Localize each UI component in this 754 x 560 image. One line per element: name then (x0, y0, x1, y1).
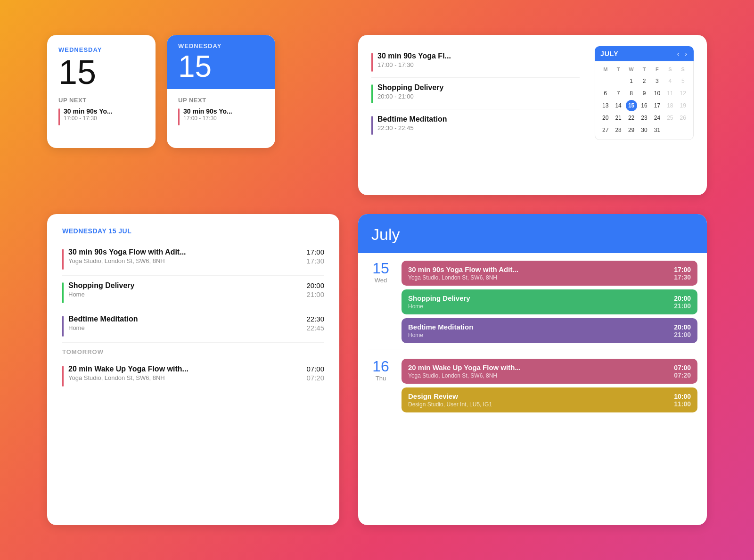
color-event-card-shopping[interactable]: Shopping Delivery Home 20:00 21:00 (402, 289, 697, 314)
color-cal-date-row-15: 15 Wed 30 min 90s Yoga Flow with Adit...… (368, 253, 697, 347)
col-m: M (599, 65, 612, 74)
color-cal-date-block-16: 16 Thu (368, 359, 394, 382)
color-cal-month: July (371, 225, 694, 244)
list-event-content-tomorrow-1: 20 min Wake Up Yoga Flow with... Yoga St… (68, 365, 302, 381)
cal-day[interactable]: 17 (651, 100, 663, 111)
col-s1: S (664, 65, 676, 74)
col-t2: T (638, 65, 650, 74)
color-event-location-yoga: Yoga Studio, London St, SW6, 8NH (408, 274, 518, 281)
color-event-location-shopping: Home (408, 303, 470, 310)
blue-body: UP NEXT 30 min 90s Yo... 17:00 - 17:30 (167, 89, 275, 137)
cal-day[interactable]: 9 (639, 88, 650, 99)
cal-day[interactable]: 16 (639, 100, 650, 111)
event-bar-pink-1 (58, 108, 60, 125)
cal-day[interactable] (613, 75, 624, 87)
color-event-times-shopping: 20:00 21:00 (674, 295, 691, 310)
prev-month-button[interactable]: ‹ (676, 50, 680, 58)
color-cal-date-row-16: 16 Thu 20 min Wake Up Yoga Flow with... … (368, 351, 697, 416)
list-event-title-2: Shopping Delivery (68, 281, 302, 290)
cal-day[interactable]: 3 (651, 75, 663, 87)
cal-day[interactable]: 23 (639, 112, 650, 124)
cal-day[interactable]: 31 (651, 124, 663, 136)
cal-day[interactable]: 13 (600, 100, 611, 111)
event-time-1: 17:00 - 17:30 (64, 115, 113, 122)
cal-day[interactable]: 27 (600, 124, 611, 136)
cal-divider (368, 349, 697, 349)
color-event-card-yoga[interactable]: 30 min 90s Yoga Flow with Adit... Yoga S… (402, 261, 697, 286)
cal-day[interactable] (664, 124, 676, 136)
top-left-section: WEDNESDAY 15 UP NEXT 30 min 90s Yo... 17… (47, 35, 339, 195)
list-event-times-tomorrow-1: 07:00 07:20 (306, 365, 324, 382)
color-event-title-meditation: Bedtime Meditation (408, 323, 473, 331)
event-time-main-3: 22:30 - 22:45 (377, 124, 447, 132)
cal-day[interactable]: 4 (664, 75, 676, 87)
color-event-location-wakeup: Yoga Studio, London St, SW6, 8NH (408, 372, 521, 379)
cal-day[interactable]: 5 (677, 75, 688, 87)
cal-day[interactable]: 26 (677, 112, 688, 124)
mini-cal-nav: ‹ › (676, 50, 688, 58)
cal-day[interactable]: 28 (613, 124, 624, 136)
color-cal-day-name-16: Thu (368, 375, 394, 382)
event-info-1: 30 min 90s Yo... 17:00 - 17:30 (64, 107, 113, 122)
color-cal-body: 15 Wed 30 min 90s Yoga Flow with Adit...… (358, 253, 707, 426)
cal-day[interactable]: 18 (664, 100, 676, 111)
color-event-times-yoga: 17:00 17:30 (674, 266, 691, 281)
cal-day[interactable] (600, 75, 611, 87)
list-event-row-3: Bedtime Meditation Home 22:30 22:45 (62, 309, 324, 343)
event-bar-2 (371, 84, 373, 103)
day-label-1: WEDNESDAY (58, 46, 144, 53)
list-event-bar-3 (62, 316, 64, 337)
color-event-times-design: 10:00 11:00 (674, 393, 691, 408)
list-event-end-1: 17:30 (306, 257, 324, 265)
cal-day[interactable]: 22 (626, 112, 637, 124)
event-title-main-3: Bedtime Meditation (377, 115, 447, 124)
cal-day[interactable]: 21 (613, 112, 624, 124)
cal-day[interactable]: 25 (664, 112, 676, 124)
event-list-item-1: 30 min 90s Yoga Fl... 17:00 - 17:30 (371, 46, 580, 78)
cal-day-today[interactable]: 15 (626, 100, 637, 111)
color-event-left-yoga: 30 min 90s Yoga Flow with Adit... Yoga S… (408, 265, 518, 281)
cal-day[interactable]: 30 (639, 124, 650, 136)
color-event-end-meditation: 21:00 (674, 331, 691, 338)
cal-day[interactable]: 19 (677, 100, 688, 111)
cal-day[interactable] (677, 124, 688, 136)
mini-cal-grid: M T W T F S S 1 2 3 4 5 (595, 61, 694, 140)
cal-day[interactable]: 11 (664, 88, 676, 99)
list-event-start-1: 17:00 (306, 248, 324, 256)
cal-day[interactable]: 6 (600, 88, 611, 99)
list-event-end-2: 21:00 (306, 290, 324, 298)
color-event-card-meditation[interactable]: Bedtime Meditation Home 20:00 21:00 (402, 318, 697, 343)
up-next-event-1: 30 min 90s Yo... 17:00 - 17:30 (58, 107, 144, 125)
event-title-1: 30 min 90s Yo... (64, 107, 113, 115)
next-month-button[interactable]: › (684, 50, 688, 58)
color-event-end-wakeup: 07:20 (674, 371, 691, 379)
list-event-start-tomorrow-1: 07:00 (306, 365, 324, 373)
color-cal-date-block-15: 15 Wed (368, 261, 394, 284)
list-event-bar-1 (62, 249, 64, 270)
color-event-title-design: Design Review (408, 392, 492, 400)
cal-day[interactable]: 29 (626, 124, 637, 136)
up-next-event-2: 30 min 90s Yo... 17:00 - 17:30 (178, 107, 264, 125)
event-bar-pink-2 (178, 108, 180, 125)
cal-day[interactable]: 20 (600, 112, 611, 124)
event-content-2: Shopping Delivery 20:00 - 21:00 (377, 83, 443, 100)
cal-day[interactable]: 14 (613, 100, 624, 111)
list-event-content-1: 30 min 90s Yoga Flow with Adit... Yoga S… (68, 248, 302, 264)
date-num-1: 15 (58, 55, 144, 89)
cal-day[interactable]: 10 (651, 88, 663, 99)
color-event-card-wakeup[interactable]: 20 min Wake Up Yoga Flow with... Yoga St… (402, 359, 697, 384)
list-event-bar-tomorrow-1 (62, 366, 64, 387)
list-event-location-tomorrow-1: Yoga Studio, London St, SW6, 8NH (68, 374, 302, 381)
color-event-card-design[interactable]: Design Review Design Studio, User Int, L… (402, 387, 697, 412)
cal-day[interactable]: 1 (626, 75, 637, 87)
up-next-label-2: UP NEXT (178, 97, 264, 104)
color-event-end-design: 11:00 (674, 400, 691, 408)
cal-day[interactable]: 7 (613, 88, 624, 99)
color-cal-events-15: 30 min 90s Yoga Flow with Adit... Yoga S… (402, 261, 697, 343)
top-right-section: 30 min 90s Yoga Fl... 17:00 - 17:30 Shop… (358, 35, 707, 195)
cal-day[interactable]: 2 (639, 75, 650, 87)
event-time-2: 17:00 - 17:30 (183, 115, 232, 122)
cal-day[interactable]: 12 (677, 88, 688, 99)
cal-day[interactable]: 8 (626, 88, 637, 99)
cal-day[interactable]: 24 (651, 112, 663, 124)
